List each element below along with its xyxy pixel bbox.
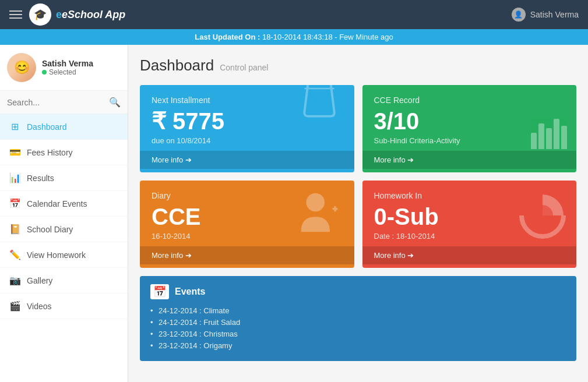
sidebar-item-label: Gallery: [27, 276, 52, 285]
list-item: 24-12-2014 : Climate: [150, 306, 566, 315]
dashboard-icon: ⊞: [9, 121, 20, 132]
cards-grid: Next Installment ₹ 5775 due on 10/8/2014…: [140, 85, 576, 268]
sidebar-item-label: View Homework: [27, 250, 86, 260]
person-add-icon: [296, 189, 343, 242]
results-icon: 📊: [9, 172, 20, 183]
pie-chart-icon: [519, 192, 566, 239]
sidebar-item-gallery[interactable]: 📷 Gallery: [0, 268, 128, 293]
sidebar-item-label: Fees History: [27, 148, 73, 157]
gallery-icon: 📷: [9, 275, 20, 286]
sidebar-item-label: School Diary: [27, 225, 73, 234]
logo-area: 🎓 eeSchool App: [29, 3, 125, 26]
content-area: Dashboard Control panel Next Installment…: [128, 45, 588, 382]
profile-name: Satish Verma: [42, 59, 93, 68]
card-homework-in: Homework In 0-Sub Date : 18-10-2014 More…: [362, 181, 577, 268]
search-icon[interactable]: 🔍: [109, 97, 121, 108]
card-sub: due on 10/8/2014: [152, 136, 343, 145]
events-list: 24-12-2014 : Climate 24-12-2014 : Fruit …: [150, 306, 566, 350]
card-cce-record: CCE Record 3/10 Sub-Hindi Criteria-Activ…: [362, 85, 577, 172]
search-input[interactable]: [7, 98, 109, 107]
sidebar-item-label: Videos: [27, 302, 52, 311]
card-title: Next Installment: [152, 96, 343, 105]
card-next-installment: Next Installment ₹ 5775 due on 10/8/2014…: [140, 85, 354, 172]
card-diary: Diary CCE 16-10-2014 More info ➔: [140, 181, 354, 268]
app-logo: 🎓: [29, 3, 51, 26]
avatar: 😊: [7, 53, 36, 82]
events-header: 📅 Events: [150, 284, 566, 299]
list-item: 24-12-2014 : Fruit Salad: [150, 318, 566, 327]
calendar-icon: 📅: [9, 198, 20, 209]
sidebar-item-videos[interactable]: 🎬 Videos: [0, 293, 128, 319]
card-value: ₹ 5775: [152, 108, 343, 134]
hamburger-button[interactable]: [9, 10, 22, 19]
list-item: 23-12-2014 : Origamy: [150, 341, 566, 350]
events-title: Events: [175, 286, 205, 297]
dashboard-header: Dashboard Control panel: [140, 56, 576, 75]
update-value: 18-10-2014 18:43:18 - Few Minute ago: [262, 33, 393, 41]
card-more-info[interactable]: More info ➔: [140, 246, 354, 264]
list-item: 23-12-2014 : Christmas: [150, 330, 566, 338]
sidebar-item-label: Results: [27, 174, 54, 183]
card-more-info[interactable]: More info ➔: [362, 246, 577, 264]
sidebar-search[interactable]: 🔍: [0, 91, 128, 114]
sidebar-item-results[interactable]: 📊 Results: [0, 165, 128, 191]
update-label: Last Updated On :: [195, 33, 260, 41]
navbar-username: Satish Verma: [530, 10, 579, 19]
sidebar-profile: 😊 Satish Verma Selected: [0, 45, 128, 91]
user-avatar-icon: 👤: [512, 8, 526, 22]
sidebar-item-fees-history[interactable]: 💳 Fees History: [0, 140, 128, 165]
update-bar: Last Updated On : 18-10-2014 18:43:18 - …: [0, 29, 588, 45]
events-section: 📅 Events 24-12-2014 : Climate 24-12-2014…: [140, 276, 576, 361]
sidebar-item-school-diary[interactable]: 📔 School Diary: [0, 217, 128, 242]
sidebar-item-label: Dashboard: [27, 122, 67, 132]
dashboard-subtitle: Control panel: [220, 63, 268, 72]
sidebar-item-calendar-events[interactable]: 📅 Calendar Events: [0, 191, 128, 217]
bar-chart-icon: [531, 119, 567, 149]
navbar-left: 🎓 eeSchool App: [9, 3, 125, 26]
sidebar: 😊 Satish Verma Selected 🔍 ⊞ Dashboard 💳 …: [0, 45, 128, 382]
sidebar-item-dashboard[interactable]: ⊞ Dashboard: [0, 114, 128, 140]
navbar: 🎓 eeSchool App 👤 Satish Verma: [0, 0, 588, 29]
sidebar-item-view-homework[interactable]: ✏️ View Homework: [0, 242, 128, 268]
status-dot: [42, 70, 47, 75]
page-title: Dashboard: [140, 56, 214, 75]
navbar-right: 👤 Satish Verma: [512, 8, 579, 22]
profile-status: Selected: [42, 68, 93, 76]
homework-icon: ✏️: [9, 249, 20, 260]
sidebar-item-label: Calendar Events: [27, 199, 87, 208]
app-name: eeSchool App: [56, 9, 125, 21]
card-more-info[interactable]: More info ➔: [362, 151, 577, 169]
main-layout: 😊 Satish Verma Selected 🔍 ⊞ Dashboard 💳 …: [0, 45, 588, 382]
svg-point-1: [306, 193, 325, 212]
fees-history-icon: 💳: [9, 147, 20, 158]
card-more-info[interactable]: More info ➔: [140, 151, 354, 169]
videos-icon: 🎬: [9, 300, 20, 312]
events-calendar-icon: 📅: [150, 284, 169, 299]
svg-point-5: [532, 205, 553, 226]
card-title: CCE Record: [374, 96, 565, 105]
school-diary-icon: 📔: [9, 224, 20, 235]
